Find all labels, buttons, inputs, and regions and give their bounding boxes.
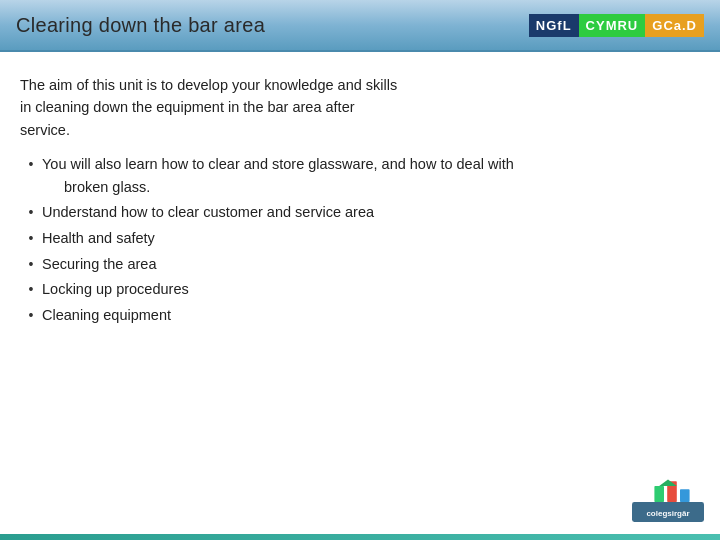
intro-line3: service. [20,122,70,138]
bottom-decorative-bar [0,534,720,540]
intro-line2: in cleaning down the equipment in the ba… [20,99,355,115]
header: Clearing down the bar area NGfL CYMRU GC… [0,0,720,52]
bullet-icon: • [20,227,42,250]
logo-cymru-text: CYMRU [579,14,646,37]
list-item: • Securing the area [20,253,700,276]
list-item: • You will also learn how to clear and s… [20,153,700,198]
bullet-text-6: Cleaning equipment [42,304,700,326]
logo-gcad-text: GCa.D [645,14,704,37]
ngfl-logo: NGfL CYMRU GCa.D [529,14,704,37]
bullet-icon: • [20,278,42,301]
intro-paragraph: The aim of this unit is to develop your … [20,74,700,141]
svg-rect-2 [654,486,664,502]
bullet-list: • You will also learn how to clear and s… [20,153,700,326]
list-item: • Health and safety [20,227,700,250]
main-content: The aim of this unit is to develop your … [0,52,720,350]
bullet-text-5: Locking up procedures [42,278,700,300]
bullet-subtext-1: broken glass. [42,179,150,195]
list-item: • Cleaning equipment [20,304,700,327]
logo-ngfl-text: NGfL [529,14,579,37]
bullet-text-1: You will also learn how to clear and sto… [42,156,514,172]
bullet-text-2: Understand how to clear customer and ser… [42,201,700,223]
list-item: • Locking up procedures [20,278,700,301]
svg-rect-4 [680,489,690,502]
page-title: Clearing down the bar area [16,14,265,37]
college-logo-icon: colegsirgâr [632,476,704,524]
bullet-text-4: Securing the area [42,253,700,275]
svg-text:colegsirgâr: colegsirgâr [646,509,689,518]
bullet-icon: • [20,153,42,176]
footer: colegsirgâr [632,476,704,528]
list-item: • Understand how to clear customer and s… [20,201,700,224]
bullet-icon: • [20,201,42,224]
bullet-icon: • [20,304,42,327]
bullet-icon: • [20,253,42,276]
intro-line1: The aim of this unit is to develop your … [20,77,397,93]
bullet-text-3: Health and safety [42,227,700,249]
